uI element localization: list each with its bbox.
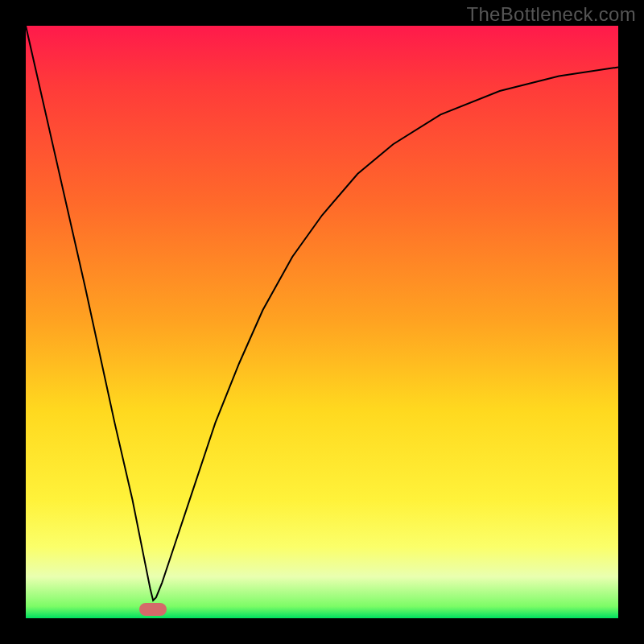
chart-frame: TheBottleneck.com [0,0,644,644]
plot-area [26,26,618,618]
watermark-text: TheBottleneck.com [466,3,636,26]
curve-svg [26,26,618,618]
curve-path [26,26,618,601]
min-marker [139,603,167,616]
